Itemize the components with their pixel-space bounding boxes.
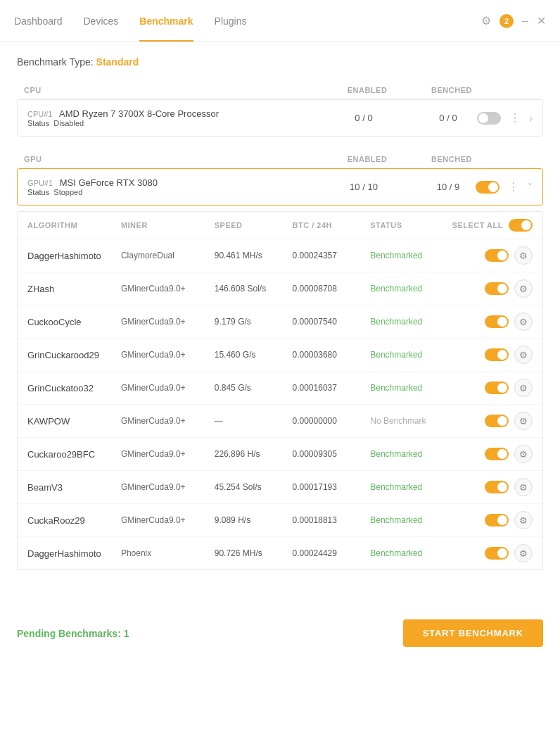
- algo-btc: 0.00009305: [293, 449, 371, 459]
- algo-name: CuckooCycle: [27, 317, 121, 327]
- minimize-icon[interactable]: –: [522, 15, 528, 27]
- algo-toggle[interactable]: [485, 481, 509, 493]
- cpu-enabled-value: 0 / 0: [322, 113, 406, 123]
- algo-speed: ---: [215, 416, 293, 426]
- algo-gear-button[interactable]: ⚙: [514, 511, 533, 529]
- cpu-device-card: CPU#1 AMD Ryzen 7 3700X 8-Core Processor…: [17, 99, 543, 137]
- algo-name: GrinCuckatoo32: [27, 383, 121, 393]
- algo-row: DaggerHashimoto Phoenix 90.726 MH/s 0.00…: [18, 537, 542, 569]
- cpu-toggle[interactable]: [477, 112, 501, 125]
- algo-controls: ⚙: [448, 313, 533, 331]
- algo-name: DaggerHashimoto: [27, 251, 121, 261]
- gpu-more-icon[interactable]: ⋮: [505, 179, 522, 195]
- algo-gear-button[interactable]: ⚙: [514, 279, 533, 298]
- algo-speed: 0.845 G/s: [215, 383, 293, 393]
- algo-row: Cuckaroo29BFC GMinerCuda9.0+ 226.896 H/s…: [18, 438, 542, 471]
- algo-name: CuckaRooz29: [27, 515, 121, 526]
- algo-name: BeamV3: [27, 482, 121, 493]
- algo-gear-button[interactable]: ⚙: [514, 313, 533, 331]
- algo-toggle[interactable]: [485, 448, 509, 460]
- algo-speed: 9.179 G/s: [215, 317, 293, 327]
- benchmark-type-label: Benchmark Type:: [17, 56, 94, 68]
- gpu-chevron-icon[interactable]: ˅: [528, 182, 533, 193]
- algo-miner: Phoenix: [121, 548, 215, 558]
- algo-toggle[interactable]: [485, 514, 509, 527]
- algo-status: Benchmarked: [370, 548, 448, 558]
- cpu-section-header: CPU ENABLED BENCHED: [17, 82, 543, 99]
- benchmark-type-value: Standard: [96, 56, 139, 68]
- algo-table: ALGORITHM MINER SPEED BTC / 24H STATUS S…: [17, 211, 543, 570]
- algo-status: Benchmarked: [370, 515, 448, 525]
- tab-dashboard[interactable]: Dashboard: [14, 0, 63, 42]
- algo-miner: GMinerCuda9.0+: [121, 449, 215, 459]
- cpu-more-icon[interactable]: ⋮: [507, 110, 523, 126]
- app-header: Dashboard Devices Benchmark Plugins ⚙ 2 …: [0, 0, 560, 42]
- algo-status: Benchmarked: [370, 383, 448, 393]
- algo-table-header: ALGORITHM MINER SPEED BTC / 24H STATUS S…: [18, 212, 542, 239]
- algo-btc: 0.00017193: [293, 482, 371, 492]
- algo-speed: 45.254 Sol/s: [215, 482, 293, 492]
- algo-name: KAWPOW: [27, 416, 121, 427]
- algo-row: DaggerHashimoto ClaymoreDual 90.461 MH/s…: [18, 239, 542, 272]
- algo-miner: GMinerCuda9.0+: [121, 317, 215, 327]
- algo-toggle[interactable]: [485, 547, 509, 560]
- gpu-status-label: Status: [27, 188, 49, 196]
- algo-controls: ⚙: [448, 246, 533, 265]
- start-benchmark-button[interactable]: START BENCHMARK: [403, 619, 543, 647]
- algo-btc: 0.00016037: [293, 383, 371, 393]
- cpu-device-controls: ⋮ ›: [490, 110, 533, 126]
- cpu-section: CPU ENABLED BENCHED CPU#1 AMD Ryzen 7 37…: [17, 82, 543, 137]
- algo-gear-button[interactable]: ⚙: [514, 478, 533, 496]
- cpu-chevron-icon[interactable]: ›: [529, 113, 533, 124]
- cpu-enabled-header: ENABLED: [325, 86, 409, 94]
- algo-controls: ⚙: [448, 445, 533, 463]
- algo-gear-button[interactable]: ⚙: [514, 544, 533, 562]
- algo-controls: ⚙: [448, 511, 533, 529]
- cpu-benched-header: BENCHED: [409, 86, 494, 94]
- algo-controls: ⚙: [448, 544, 533, 562]
- algo-status: Benchmarked: [370, 482, 448, 492]
- algo-col-btc: BTC / 24H: [293, 221, 371, 229]
- algo-toggle[interactable]: [485, 382, 509, 394]
- algo-toggle[interactable]: [485, 282, 509, 295]
- algo-row: GrinCuckatoo32 GMinerCuda9.0+ 0.845 G/s …: [18, 372, 542, 405]
- notification-badge[interactable]: 2: [499, 14, 514, 28]
- algo-gear-button[interactable]: ⚙: [514, 246, 533, 265]
- algo-row: BeamV3 GMinerCuda9.0+ 45.254 Sol/s 0.000…: [18, 471, 542, 504]
- tab-benchmark[interactable]: Benchmark: [139, 0, 193, 42]
- algo-miner: GMinerCuda9.0+: [121, 515, 215, 525]
- algo-select-all-label: SELECT ALL: [452, 221, 503, 229]
- algo-controls: ⚙: [448, 412, 533, 430]
- algo-row: CuckaRooz29 GMinerCuda9.0+ 9.089 H/s 0.0…: [18, 504, 542, 537]
- algo-row: CuckooCycle GMinerCuda9.0+ 9.179 G/s 0.0…: [18, 305, 542, 339]
- gpu-enabled-header: ENABLED: [325, 155, 409, 163]
- algo-gear-button[interactable]: ⚙: [514, 445, 533, 463]
- algo-miner: GMinerCuda9.0+: [121, 416, 215, 426]
- algo-gear-button[interactable]: ⚙: [514, 346, 533, 364]
- algo-name: DaggerHashimoto: [27, 548, 121, 559]
- algo-toggle[interactable]: [485, 315, 509, 328]
- algo-status: No Benchmark: [370, 416, 448, 426]
- algo-col-speed: SPEED: [215, 221, 293, 229]
- algo-miner: GMinerCuda9.0+: [121, 482, 215, 492]
- gpu-toggle[interactable]: [476, 181, 499, 194]
- settings-icon[interactable]: ⚙: [481, 14, 491, 27]
- algo-miner: GMinerCuda9.0+: [121, 284, 215, 294]
- algo-gear-button[interactable]: ⚙: [514, 379, 533, 397]
- algo-toggle[interactable]: [485, 249, 509, 262]
- tab-devices[interactable]: Devices: [84, 0, 119, 42]
- algo-toggle[interactable]: [485, 348, 509, 361]
- algo-speed: 90.726 MH/s: [215, 548, 293, 558]
- close-icon[interactable]: ✕: [537, 14, 546, 27]
- algo-btc: 0.00007540: [293, 317, 371, 327]
- algo-status: Benchmarked: [370, 449, 448, 459]
- algo-btc: 0.00024357: [293, 251, 371, 260]
- select-all-toggle[interactable]: [509, 219, 533, 232]
- cpu-device-name: AMD Ryzen 7 3700X 8-Core Processor: [59, 108, 219, 119]
- gpu-device-id: GPU#1: [27, 179, 53, 187]
- algo-gear-button[interactable]: ⚙: [514, 412, 533, 430]
- tab-plugins[interactable]: Plugins: [215, 0, 247, 42]
- algo-toggle[interactable]: [485, 415, 509, 427]
- gpu-status-value: Stopped: [53, 188, 82, 196]
- cpu-status-label: Status: [27, 119, 49, 127]
